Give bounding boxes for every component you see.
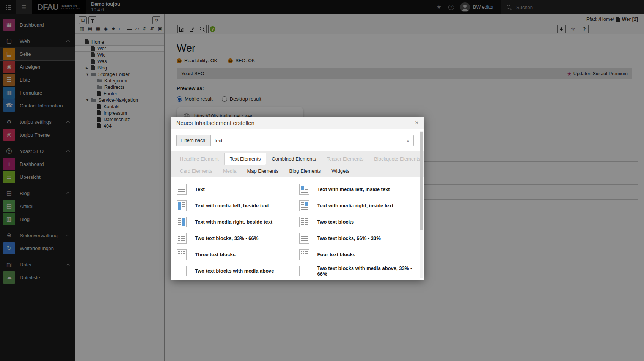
two-text-blocks-icon	[299, 217, 309, 227]
tab-map-elements[interactable]: Map Elements	[242, 165, 284, 177]
filter-input-wrap: ×	[210, 135, 414, 146]
text-media-left-inside-icon	[299, 184, 309, 195]
modal-body: Filtern nach: × Headline Element Text El…	[171, 129, 424, 280]
modal-header: Neues Inhaltselement erstellen ×	[171, 117, 424, 129]
new-content-element-modal: Neues Inhaltselement erstellen × Filtern…	[171, 117, 424, 280]
clear-filter-icon[interactable]: ×	[403, 137, 413, 144]
content-element-list: Text Text with media left, inside text T…	[171, 177, 424, 280]
filter-input[interactable]	[211, 138, 403, 143]
content-element-text[interactable]: Text	[177, 181, 298, 197]
content-element-two-blocks-media-above[interactable]: Two text blocks with media above	[177, 263, 298, 279]
content-element-media-right-beside[interactable]: Text with media right, beside text	[177, 214, 298, 230]
text-media-right-beside-icon	[177, 217, 187, 227]
two-blocks-media-above-33-66-icon	[299, 266, 309, 276]
content-element-two-blocks-media-above-33-66[interactable]: Two text blocks with media above, 33% - …	[299, 263, 420, 279]
content-element-media-right-inside[interactable]: Text with media right, inside text	[299, 197, 420, 214]
content-element-two-text-blocks[interactable]: Two text blocks	[299, 214, 420, 230]
tab-blockquote-elements: Blockquote Elements	[369, 153, 424, 165]
tabs-row-1: Headline Element Text Elements Combined …	[174, 153, 421, 165]
content-element-two-blocks-media-above-66-33[interactable]: Two text blocks with media above, 66% - …	[177, 279, 298, 280]
filter-group: Filtern nach: ×	[176, 135, 414, 146]
content-element-media-left-inside[interactable]: Text with media left, inside text	[299, 181, 420, 197]
content-element-two-text-blocks-33-66[interactable]: Two text blocks, 33% - 66%	[177, 230, 298, 246]
tab-headline-element: Headline Element	[174, 153, 224, 165]
tab-combined-elements[interactable]: Combined Elements	[266, 153, 321, 165]
tabs-row-2: Card Elements Media Map Elements Blog El…	[174, 165, 421, 177]
filter-label: Filtern nach:	[176, 135, 210, 146]
three-text-blocks-icon	[177, 249, 187, 260]
two-text-blocks-33-66-icon	[177, 233, 187, 244]
text-media-left-beside-icon	[177, 200, 187, 211]
text-media-right-inside-icon	[299, 200, 309, 211]
four-text-blocks-icon	[299, 249, 309, 260]
tab-teaser-elements: Teaser Elements	[321, 153, 369, 165]
two-blocks-media-above-icon	[177, 266, 187, 276]
content-element-three-text-blocks[interactable]: Three text blocks	[177, 246, 298, 263]
modal-title: Neues Inhaltselement erstellen	[176, 120, 254, 126]
content-element-media-left-beside[interactable]: Text with media left, beside text	[177, 197, 298, 214]
content-element-three-blocks-media-above[interactable]: Three text blocks with media above	[299, 279, 420, 280]
close-icon[interactable]: ×	[415, 120, 419, 126]
element-tabs: Headline Element Text Elements Combined …	[171, 151, 424, 177]
text-icon	[177, 184, 187, 195]
scrollbar-thumb[interactable]	[420, 132, 423, 230]
tab-text-elements[interactable]: Text Elements	[224, 153, 267, 165]
two-text-blocks-66-33-icon	[299, 233, 309, 244]
tab-media: Media	[218, 165, 242, 177]
content-element-four-text-blocks[interactable]: Four text blocks	[299, 246, 420, 263]
tab-widgets[interactable]: Widgets	[326, 165, 355, 177]
content-element-two-text-blocks-66-33[interactable]: Two text blocks, 66% - 33%	[299, 230, 420, 246]
tab-blog-elements[interactable]: Blog Elements	[284, 165, 327, 177]
tab-card-elements: Card Elements	[174, 165, 218, 177]
modal-scrollbar	[420, 131, 423, 278]
